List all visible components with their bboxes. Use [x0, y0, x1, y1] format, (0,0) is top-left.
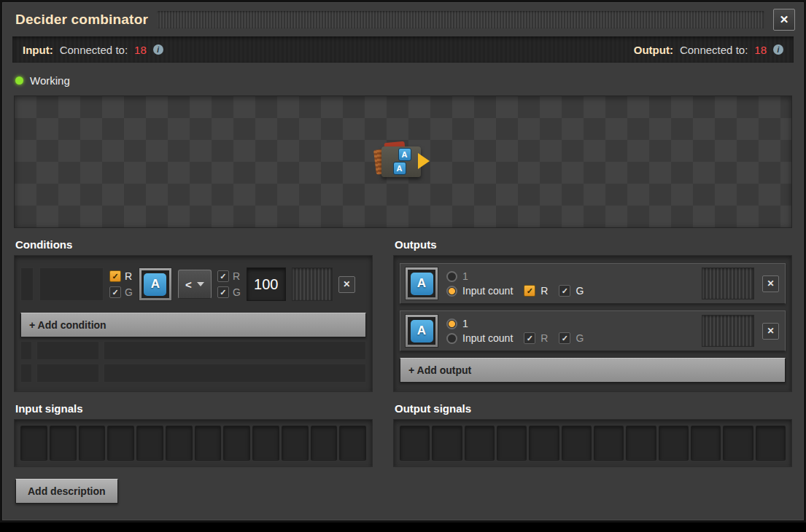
green-wire-checkbox[interactable] [217, 286, 229, 298]
titlebar: Decider combinator ✕ [2, 2, 804, 34]
input-network-id[interactable]: 18 [134, 44, 147, 56]
input-count-label: Input count [462, 285, 513, 297]
value-one-radio[interactable] [446, 318, 457, 329]
empty-signal-slot[interactable] [691, 426, 721, 461]
window-title: Decider combinator [15, 12, 148, 28]
input-count-radio[interactable] [446, 286, 457, 297]
main-columns: Conditions R G [14, 228, 792, 467]
connection-bar: Input: Connected to: 18 Output: Connecte… [12, 36, 794, 63]
green-wire-checkbox[interactable] [559, 332, 570, 344]
empty-signal-slot[interactable] [136, 426, 163, 461]
placeholder-cell [20, 341, 32, 360]
first-wire-filter: R G [109, 270, 133, 298]
empty-signal-slot[interactable] [529, 426, 559, 461]
empty-signal-slot[interactable] [252, 426, 279, 461]
input-signals-heading: Input signals [15, 402, 373, 415]
red-wire-label: R [125, 270, 132, 282]
empty-signal-slot[interactable] [223, 426, 250, 461]
input-count-radio[interactable] [446, 333, 457, 344]
decider-combinator-window: Decider combinator ✕ Input: Connected to… [0, 0, 806, 523]
empty-condition-row [20, 364, 366, 383]
empty-signal-slot[interactable] [626, 426, 656, 461]
output-drag-handle[interactable] [702, 315, 754, 347]
green-wire-checkbox[interactable] [559, 285, 570, 297]
remove-output-button[interactable]: ✕ [762, 323, 779, 340]
empty-signal-slot[interactable] [50, 426, 77, 461]
remove-output-button[interactable]: ✕ [762, 275, 779, 292]
empty-signal-slot[interactable] [756, 426, 786, 461]
empty-signal-slot[interactable] [594, 426, 624, 461]
status-indicator-icon [15, 77, 23, 85]
condition-drag-handle[interactable] [292, 267, 333, 301]
right-column: Outputs A 1 [393, 228, 792, 467]
signal-slot: A [408, 270, 435, 297]
value-one-label: 1 [462, 270, 468, 282]
placeholder-cell [104, 341, 366, 360]
add-condition-button[interactable]: + Add condition [20, 313, 366, 337]
red-wire-checkbox[interactable] [217, 270, 229, 282]
chevron-down-icon [197, 282, 204, 286]
remove-condition-button[interactable]: ✕ [338, 276, 355, 293]
empty-signal-slot[interactable] [400, 426, 430, 461]
add-output-button[interactable]: + Add output [400, 358, 786, 383]
empty-signal-slot[interactable] [166, 426, 193, 461]
input-signals-panel [14, 419, 373, 467]
entity-preview: A A [14, 95, 792, 228]
constant-value-field[interactable]: 100 [247, 267, 286, 301]
red-wire-label: R [233, 270, 240, 282]
output-drag-handle[interactable] [702, 267, 754, 300]
output-signal-button[interactable]: A [405, 314, 438, 348]
empty-condition-row [20, 341, 366, 360]
empty-signal-slot[interactable] [562, 426, 592, 461]
first-signal-button[interactable]: A [139, 267, 172, 301]
green-wire-label: G [576, 285, 584, 297]
green-wire-label: G [233, 286, 241, 298]
empty-signal-slot[interactable] [79, 426, 106, 461]
output-signal-button[interactable]: A [405, 267, 438, 300]
comparator-dropdown[interactable]: < [178, 270, 212, 299]
window-drag-handle[interactable] [157, 11, 764, 28]
info-icon[interactable] [773, 44, 783, 55]
red-wire-checkbox[interactable] [109, 270, 121, 282]
input-connected-to-label: Connected to: [60, 44, 128, 56]
empty-signal-slot[interactable] [497, 426, 527, 461]
empty-signal-slot[interactable] [20, 426, 47, 461]
red-wire-checkbox[interactable] [524, 332, 535, 344]
value-one-radio[interactable] [446, 271, 457, 282]
placeholder-cell [36, 364, 99, 383]
input-label: Input: [23, 44, 53, 56]
comparator-value: < [185, 278, 192, 291]
conditions-heading: Conditions [15, 238, 373, 251]
output-mode-options: 1 Input count R G [446, 270, 584, 297]
sprite-arrow-icon [418, 153, 430, 169]
output-mode-options: 1 Input count R G [446, 318, 584, 344]
status-row: Working [15, 74, 791, 87]
empty-signal-slot[interactable] [282, 426, 309, 461]
red-wire-label: R [540, 285, 548, 297]
empty-signal-slot[interactable] [659, 426, 689, 461]
empty-signal-slot[interactable] [195, 426, 222, 461]
signal-a-icon: A [411, 320, 433, 343]
info-icon[interactable] [153, 44, 163, 55]
second-wire-filter: R G [217, 270, 241, 298]
output-row: A 1 Input count [400, 263, 786, 304]
outputs-heading: Outputs [395, 238, 792, 251]
outputs-panel: A 1 Input count [393, 255, 792, 392]
signal-a-icon: A [411, 273, 433, 295]
signal-slot: A [142, 270, 169, 298]
close-button[interactable]: ✕ [773, 9, 795, 31]
empty-signal-slot[interactable] [465, 426, 495, 461]
empty-signal-slot[interactable] [723, 426, 753, 461]
empty-signal-slot[interactable] [432, 426, 462, 461]
output-connected-to-label: Connected to: [680, 44, 748, 56]
red-wire-checkbox[interactable] [524, 285, 535, 297]
green-wire-label: G [576, 332, 584, 344]
output-network-id[interactable]: 18 [754, 44, 767, 56]
green-wire-checkbox[interactable] [109, 286, 121, 298]
empty-signal-slot[interactable] [107, 426, 134, 461]
empty-condition-placeholder [20, 267, 34, 301]
add-description-button[interactable]: Add description [15, 479, 118, 504]
signal-a-icon: A [144, 273, 166, 296]
empty-signal-slot[interactable] [311, 426, 338, 461]
empty-signal-slot[interactable] [339, 426, 366, 461]
